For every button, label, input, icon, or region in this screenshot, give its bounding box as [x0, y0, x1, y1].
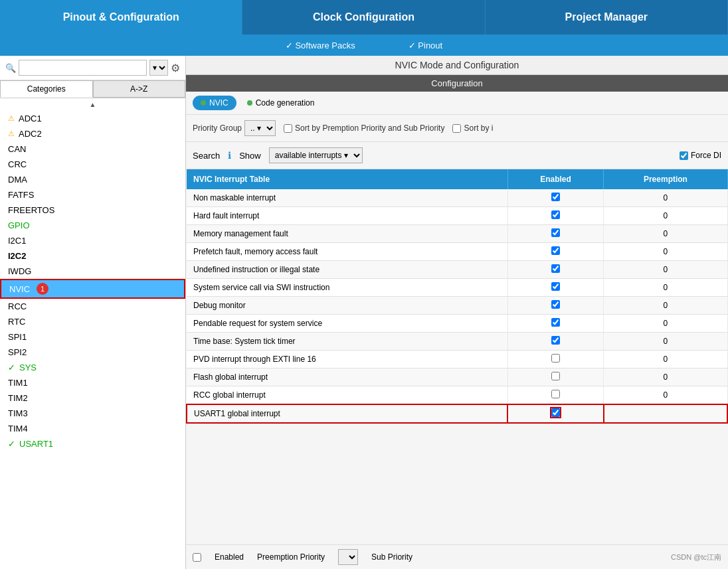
sub-nav-pinout[interactable]: ✓ Pinout	[409, 41, 442, 50]
interrupt-name: PVD interrupt through EXTI line 16	[187, 351, 507, 368]
sidebar-item-spi1[interactable]: SPI1	[0, 329, 185, 345]
force-di-container: Force DI	[680, 151, 721, 160]
tab-a-to-z[interactable]: A->Z	[93, 80, 186, 98]
nav-tab-clock[interactable]: Clock Configuration	[242, 0, 485, 35]
sidebar-list: ⚠ ADC1 ⚠ ADC2 CAN CRC DMA FATFS	[0, 111, 185, 569]
interrupt-name: Time base: System tick timer	[187, 333, 507, 351]
show-label: Show	[239, 151, 261, 161]
nvic-tabs: NVIC Code generation	[186, 92, 728, 115]
interrupt-preemption: 0	[604, 351, 727, 368]
sidebar-item-freertos[interactable]: FREERTOS	[0, 203, 185, 218]
sidebar-item-tim1[interactable]: TIM1	[0, 375, 185, 390]
interrupt-enabled[interactable]	[507, 386, 604, 405]
codegen-dot	[247, 100, 252, 106]
table-row: Memory management fault0	[187, 225, 727, 243]
sidebar-item-fatfs[interactable]: FATFS	[0, 187, 185, 203]
nvic-badge: 1	[37, 283, 48, 295]
interrupt-enabled[interactable]	[507, 333, 604, 351]
interrupt-name: Undefined instruction or illegal state	[187, 261, 507, 279]
table-row: Prefetch fault, memory access fault0	[187, 243, 727, 261]
interrupt-name: Flash global interrupt	[187, 368, 507, 386]
sidebar-item-spi2[interactable]: SPI2	[0, 345, 185, 360]
interrupt-enabled[interactable]	[507, 207, 604, 225]
force-di-checkbox[interactable]	[680, 151, 688, 160]
info-icon[interactable]: ℹ	[228, 150, 231, 161]
interrupt-name: USART1 global interrupt	[187, 404, 507, 423]
interrupt-preemption: 0	[604, 243, 727, 261]
search-input[interactable]	[19, 60, 147, 76]
tab-nvic[interactable]: NVIC	[193, 96, 236, 110]
table-row: Time base: System tick timer0	[187, 333, 727, 351]
tab-code-generation[interactable]: Code generation	[239, 96, 323, 110]
interrupt-name: Pendable request for system service	[187, 315, 507, 333]
interrupt-enabled[interactable]	[507, 189, 604, 207]
table-row: USART1 global interrupt	[187, 404, 727, 423]
bottom-enabled-checkbox[interactable]	[193, 553, 201, 562]
bottom-preemption-label: Preemption Priority	[257, 552, 325, 562]
sort-arrow: ▲	[0, 98, 185, 111]
top-nav: Pinout & Configuration Clock Configurati…	[0, 0, 728, 35]
sort-i-checkbox[interactable]	[452, 124, 461, 133]
warning-icon: ⚠	[8, 114, 15, 123]
interrupt-enabled[interactable]	[507, 279, 604, 297]
nav-tab-project[interactable]: Project Manager	[486, 0, 728, 35]
sidebar-item-adc2[interactable]: ⚠ ADC2	[0, 126, 185, 141]
sidebar-item-crc[interactable]: CRC	[0, 157, 185, 172]
tab-categories[interactable]: Categories	[0, 80, 93, 98]
gear-icon[interactable]: ⚙	[171, 62, 180, 74]
sort-by-i-label: Sort by i	[452, 123, 493, 133]
table-row: PVD interrupt through EXTI line 160	[187, 351, 727, 368]
bottom-preemption-select[interactable]	[338, 549, 358, 565]
table-row: RCC global interrupt0	[187, 386, 727, 405]
sidebar-item-dma[interactable]: DMA	[0, 172, 185, 187]
sidebar-item-adc1[interactable]: ⚠ ADC1	[0, 111, 185, 126]
table-row: Non maskable interrupt0	[187, 189, 727, 207]
sidebar-item-nvic[interactable]: NVIC 1	[0, 279, 185, 299]
interrupt-preemption: 0	[604, 297, 727, 315]
interrupt-enabled[interactable]	[507, 225, 604, 243]
sidebar-item-sys[interactable]: ✓ SYS	[0, 360, 185, 375]
sub-nav-software-packs[interactable]: ✓ Software Packs	[286, 41, 355, 50]
sidebar-item-tim4[interactable]: TIM4	[0, 421, 185, 436]
check-icon-usart1: ✓	[8, 439, 15, 449]
sidebar-item-rcc[interactable]: RCC	[0, 299, 185, 314]
table-row: Pendable request for system service0	[187, 315, 727, 333]
interrupt-enabled[interactable]	[507, 261, 604, 279]
sort-premption-checkbox[interactable]	[284, 124, 292, 133]
warning-icon: ⚠	[8, 129, 15, 138]
interrupt-name: Memory management fault	[187, 225, 507, 243]
interrupt-enabled[interactable]	[507, 297, 604, 315]
sidebar-item-i2c2[interactable]: I2C2	[0, 248, 185, 264]
bottom-subpriority-label: Sub Priority	[371, 552, 412, 562]
sidebar-item-gpio[interactable]: GPIO	[0, 218, 185, 233]
sidebar-item-can[interactable]: CAN	[0, 141, 185, 157]
sidebar-item-iwdg[interactable]: IWDG	[0, 264, 185, 279]
nav-tab-pinout[interactable]: Pinout & Configuration	[0, 0, 242, 35]
search-dropdown[interactable]: ▾	[149, 60, 168, 76]
sidebar-item-tim3[interactable]: TIM3	[0, 406, 185, 421]
sidebar-item-i2c1[interactable]: I2C1	[0, 233, 185, 248]
interrupt-enabled[interactable]	[507, 243, 604, 261]
sidebar-item-rtc[interactable]: RTC	[0, 314, 185, 329]
bottom-row: Enabled Preemption Priority Sub Priority	[186, 544, 728, 569]
interrupt-enabled[interactable]	[507, 315, 604, 333]
interrupt-preemption: 0	[604, 386, 727, 405]
watermark: CSDN @tc江南	[671, 552, 721, 562]
priority-group-label: Priority Group .. ▾	[193, 120, 276, 136]
main-container: 🔍 ▾ ⚙ Categories A->Z ▲ ⚠ ADC1 ⚠ ADC2	[0, 56, 728, 569]
interrupt-enabled[interactable]	[507, 404, 604, 423]
panel-title: NVIC Mode and Configuration	[186, 56, 728, 75]
bottom-enabled-label: Enabled	[215, 552, 244, 562]
sidebar-item-tim2[interactable]: TIM2	[0, 390, 185, 406]
sidebar: 🔍 ▾ ⚙ Categories A->Z ▲ ⚠ ADC1 ⚠ ADC2	[0, 56, 186, 569]
right-panel: NVIC Mode and Configuration Configuratio…	[186, 56, 728, 569]
interrupt-enabled[interactable]	[507, 368, 604, 386]
interrupt-preemption: 0	[604, 207, 727, 225]
sidebar-item-usart1[interactable]: ✓ USART1	[0, 436, 185, 451]
interrupt-name: Prefetch fault, memory access fault	[187, 243, 507, 261]
config-header: Configuration	[186, 75, 728, 92]
priority-group-select[interactable]: .. ▾	[244, 120, 276, 136]
interrupt-enabled[interactable]	[507, 351, 604, 368]
show-select[interactable]: available interrupts ▾	[269, 147, 363, 163]
sidebar-tabs: Categories A->Z	[0, 80, 185, 98]
